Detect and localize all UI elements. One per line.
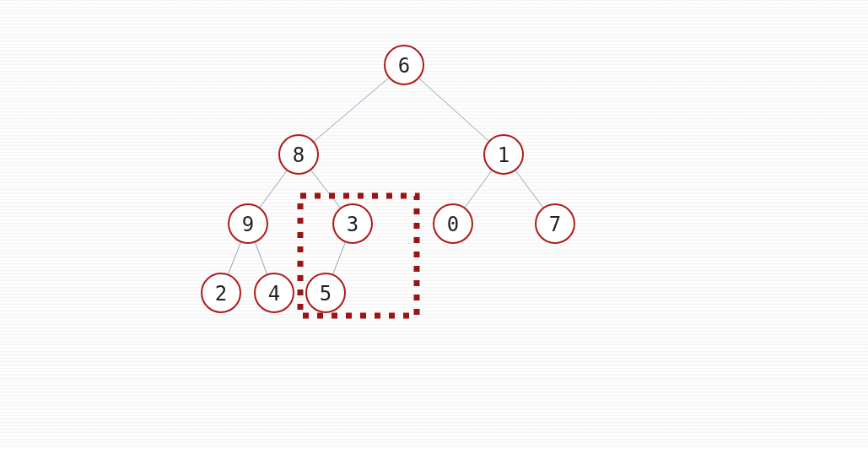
node-value: 7 — [549, 213, 561, 236]
node-value: 9 — [242, 213, 254, 236]
node-value: 6 — [398, 54, 410, 78]
edge — [465, 170, 493, 208]
edge — [515, 170, 544, 208]
tree-node[interactable]: 4 — [255, 273, 294, 312]
tree-node[interactable]: 7 — [536, 204, 574, 243]
edge — [314, 78, 390, 142]
tree-node[interactable]: 6 — [385, 46, 423, 84]
node-value: 4 — [268, 282, 280, 306]
node-value: 8 — [293, 143, 305, 167]
tree-node[interactable]: 0 — [434, 204, 472, 243]
tree-node[interactable]: 9 — [229, 204, 267, 243]
tree-node[interactable]: 1 — [484, 135, 523, 174]
node-value: 3 — [347, 213, 359, 236]
edge — [260, 170, 288, 208]
node-value: 2 — [215, 282, 227, 306]
node-value: 5 — [320, 282, 332, 306]
node-value: 0 — [447, 213, 459, 236]
tree-edges — [228, 78, 543, 275]
tree-node[interactable]: 3 — [333, 204, 372, 243]
tree-node[interactable]: 8 — [279, 135, 318, 174]
edge — [255, 242, 267, 275]
tree-node[interactable]: 5 — [306, 273, 345, 312]
tree-nodes: 6 8 1 9 3 0 7 2 4 5 — [202, 46, 574, 312]
tree-node[interactable]: 2 — [202, 273, 240, 312]
edge — [310, 170, 341, 208]
edge — [228, 241, 240, 274]
edge — [418, 78, 489, 141]
node-value: 1 — [498, 143, 509, 167]
edge — [332, 241, 345, 274]
